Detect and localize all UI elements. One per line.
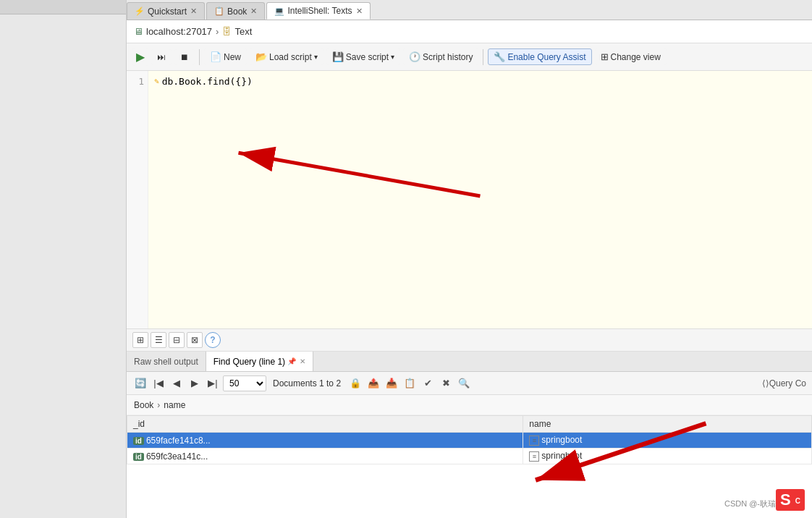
script-history-button[interactable]: 🕐 Script history [403,48,478,65]
csdn-logo-suffix: C [795,497,800,505]
breadcrumb-server: localhost:27017 [146,26,212,37]
id-badge: id [133,453,144,461]
text-view-button[interactable]: ☰ [151,332,166,348]
id-badge: id [133,437,144,445]
sidebar [0,0,127,518]
breadcrumb-bar: 🖥 localhost:27017 › 🗄 Text [127,20,812,43]
code-content-1: db.Book.find({}) [162,75,253,89]
find-query-close[interactable]: ✕ [300,357,305,365]
add-row-button[interactable]: 📋 [402,375,418,391]
editor-area[interactable]: 1 ✎ db.Book.find({}) [127,71,812,328]
step-over-button[interactable]: ⏭ [151,49,172,65]
table-row[interactable]: id659fc3ea141c...≡springboot [127,449,812,464]
change-view-icon: ⊞ [601,51,609,62]
collection-icon: 🗄 [222,26,232,37]
delete-button[interactable]: ✖ [438,375,454,391]
tab-quickstart-close[interactable]: ✕ [190,7,197,16]
table-row[interactable]: id659facfe141c8...≡springboot [127,433,812,449]
stop-button[interactable]: ⏹ [174,49,195,65]
query-co-label: Query Co [769,378,806,388]
csdn-logo-label: S [780,491,791,509]
query-assist-label: Enable Query Assist [507,52,585,62]
results-tab-bar: Raw shell output Find Query (line 1) 📌 ✕ [127,352,812,372]
tab-find-query[interactable]: Find Query (line 1) 📌 ✕ [206,352,313,371]
tab-quickstart[interactable]: ⚡ Quickstart ✕ [127,2,205,20]
doc-icon: ≡ [529,451,539,462]
last-page-button[interactable]: ▶| [205,375,221,391]
search-results-button[interactable]: 🔍 [456,375,472,391]
toolbar-separator-2 [483,49,483,65]
docs-count: Documents 1 to 2 [273,378,341,388]
load-script-button[interactable]: 📂 Load script ▾ [250,48,323,65]
col-header-id: _id [127,416,523,433]
tab-intellishell-label: IntelliShell: Texts [287,6,352,16]
results-data: Book › name _id name id659facfe141c8...≡… [127,395,812,518]
help-button[interactable]: ? [205,332,221,348]
save-script-label: Save script [346,52,389,62]
breadcrumb-collection: Text [234,26,252,37]
prev-page-button[interactable]: ◀ [169,375,185,391]
save-script-dropdown-icon: ▾ [391,53,394,61]
data-breadcrumb: Book › name [127,395,812,415]
query-assist-button[interactable]: 🔧 Enable Query Assist [488,48,591,65]
results-toolbar: 🔄 |◀ ◀ ▶ ▶| 50 Documents 1 to 2 🔒 📤 📥 📋 … [127,372,812,395]
tab-raw-shell-output[interactable]: Raw shell output [127,352,206,371]
load-script-dropdown-icon: ▾ [314,53,318,61]
table-body: id659facfe141c8...≡springbootid659fc3ea1… [127,433,812,464]
line-number-1: 1 [127,75,144,89]
main-area: ⚡ Quickstart ✕ 📋 Book ✕ 💻 IntelliShell: … [127,0,812,518]
tab-intellishell[interactable]: 💻 IntelliShell: Texts ✕ [266,2,370,20]
data-collection: Book [134,400,153,410]
data-field: name [164,400,185,410]
load-script-icon: 📂 [255,51,267,62]
cell-id-0: id659facfe141c8... [127,433,523,449]
toolbar: ▶ ⏭ ⏹ 📄 New 📂 Load script ▾ 💾 Save scrip… [127,43,812,71]
query-assist-icon: 🔧 [494,51,505,62]
tab-book[interactable]: 📋 Book ✕ [206,2,265,20]
raw-shell-output-label: Raw shell output [134,357,198,367]
query-co-icon: ⟨⟩ [762,378,769,388]
history-icon: 🕐 [409,51,420,62]
import-button[interactable]: 📥 [384,375,399,391]
tab-quickstart-label: Quickstart [148,7,187,17]
export-button[interactable]: 📤 [365,375,381,391]
tab-intellishell-close[interactable]: ✕ [356,7,363,16]
code-editor[interactable]: ✎ db.Book.find({}) [148,71,812,328]
data-breadcrumb-sep: › [157,400,160,410]
find-query-label: Find Query (line 1) [213,357,285,367]
change-view-button[interactable]: ⊞ Change view [595,48,667,65]
change-view-label: Change view [611,52,661,62]
grid-view-button[interactable]: ⊞ [132,332,148,348]
next-page-button[interactable]: ▶ [187,375,203,391]
script-history-label: Script history [423,52,473,62]
pin-icon[interactable]: 📌 [287,357,296,365]
save-script-icon: 💾 [332,51,344,62]
refresh-button[interactable]: 🔄 [132,375,148,391]
json-view-button[interactable]: ⊠ [187,332,203,348]
csdn-logo: S C [776,489,805,511]
save-script-button[interactable]: 💾 Save script ▾ [326,48,400,65]
line-numbers: 1 [127,71,148,328]
col-header-name: name [523,416,812,433]
tab-intellishell-icon: 💻 [274,7,284,16]
editor-bottom-bar: ⊞ ☰ ⊟ ⊠ ? [127,328,812,352]
lock-icon-button[interactable]: 🔒 [347,375,363,391]
run-button[interactable]: ▶ [132,48,148,66]
tab-bar: ⚡ Quickstart ✕ 📋 Book ✕ 💻 IntelliShell: … [127,0,812,20]
new-icon: 📄 [210,51,221,62]
sidebar-top-bar [0,0,126,14]
table-header-row: _id name [127,416,812,433]
new-button[interactable]: 📄 New [204,48,247,65]
breadcrumb-separator: › [216,26,219,37]
tab-book-close[interactable]: ✕ [250,7,257,16]
load-script-label: Load script [269,52,312,62]
results-table: _id name id659facfe141c8...≡springbootid… [127,415,812,464]
page-size-select[interactable]: 50 [223,375,266,391]
first-page-button[interactable]: |◀ [151,375,166,391]
query-co-button[interactable]: ⟨⟩ Query Co [762,378,806,388]
tree-view-button[interactable]: ⊟ [169,332,185,348]
server-icon: 🖥 [134,26,143,37]
tab-book-icon: 📋 [214,7,224,16]
check-button[interactable]: ✔ [420,375,436,391]
cell-name-1: ≡springboot [523,449,812,464]
